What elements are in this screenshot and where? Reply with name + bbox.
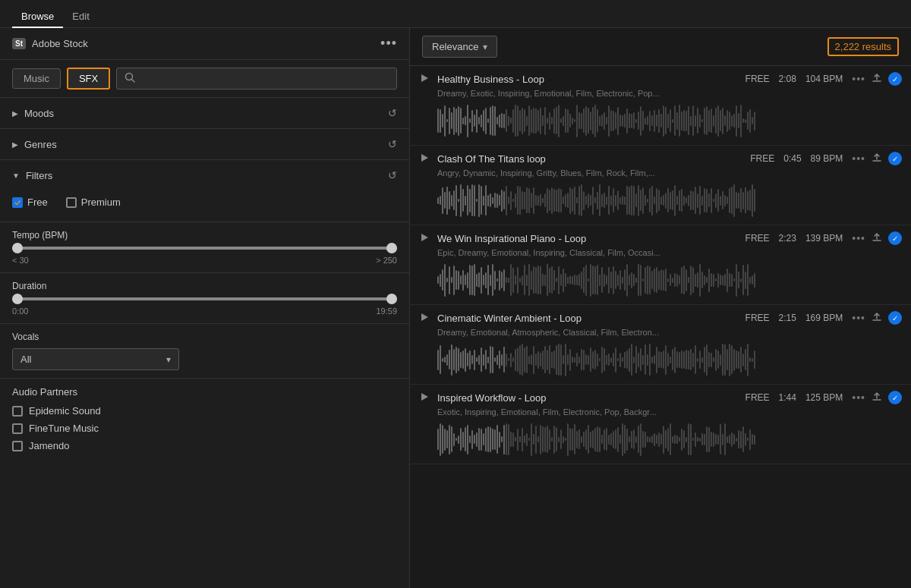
- duration-section: Duration 0:00 19:59: [0, 273, 409, 324]
- tempo-min-value: < 30: [12, 256, 29, 265]
- panel-header: St Adobe Stock •••: [0, 28, 409, 60]
- sort-dropdown[interactable]: Relevance ▾: [422, 36, 497, 58]
- track-more-button[interactable]: •••: [852, 312, 865, 324]
- search-input[interactable]: [140, 73, 389, 84]
- track-item[interactable]: We Win Inspirational Piano - LoopFREE2:2…: [410, 225, 911, 305]
- track-tags: Angry, Dynamic, Inspiring, Gritty, Blues…: [419, 168, 902, 178]
- premium-checkbox-container[interactable]: Premium: [66, 197, 121, 208]
- finetune-checkbox[interactable]: [12, 423, 23, 434]
- filters-chevron-icon: ▼: [12, 171, 20, 180]
- filters-content: Free Premium: [0, 190, 409, 222]
- more-options-button[interactable]: •••: [380, 36, 397, 52]
- tab-edit[interactable]: Edit: [63, 6, 98, 28]
- main-layout: St Adobe Stock ••• Music SFX: [0, 28, 911, 588]
- track-duration: 2:08: [779, 74, 796, 84]
- right-panel: Relevance ▾ 2,222 results Healthy Busine…: [410, 28, 911, 588]
- track-tags: Exotic, Inspiring, Emotional, Film, Elec…: [419, 407, 902, 417]
- music-type-button[interactable]: Music: [12, 68, 61, 89]
- jamendo-checkbox[interactable]: [12, 441, 23, 451]
- free-checkbox[interactable]: [12, 197, 23, 208]
- track-actions: •••✓: [852, 152, 902, 165]
- free-checkbox-container[interactable]: Free: [12, 197, 48, 208]
- tempo-label: Tempo (BPM): [12, 230, 397, 241]
- free-badge: FREE: [746, 233, 770, 244]
- filters-reset-icon[interactable]: ↺: [388, 169, 397, 181]
- waveform[interactable]: [419, 182, 902, 219]
- premium-label: Premium: [81, 197, 121, 208]
- tempo-max-value: > 250: [376, 256, 397, 265]
- duration-slider-track[interactable]: [12, 297, 397, 300]
- upload-icon[interactable]: [872, 232, 882, 245]
- track-actions: •••✓: [852, 72, 902, 86]
- track-check-circle[interactable]: ✓: [888, 311, 902, 325]
- track-check-circle[interactable]: ✓: [888, 72, 902, 86]
- track-item[interactable]: Cinematic Winter Ambient - LoopFREE2:151…: [410, 305, 911, 385]
- tempo-min-thumb[interactable]: [12, 243, 23, 253]
- top-tabs-bar: Browse Edit: [0, 0, 911, 28]
- audio-partners-section: Audio Partners Epidemic Sound FineTune M…: [0, 379, 409, 465]
- search-box: [116, 68, 397, 90]
- track-actions: •••✓: [852, 391, 902, 404]
- tempo-section: Tempo (BPM) < 30 > 250: [0, 222, 409, 273]
- svg-marker-4: [421, 234, 428, 241]
- waveform[interactable]: [419, 341, 902, 378]
- premium-checkbox[interactable]: [66, 197, 77, 208]
- upload-icon[interactable]: [872, 391, 882, 404]
- partner-row-finetune: FineTune Music: [12, 423, 397, 434]
- duration-range: 0:00 19:59: [12, 307, 397, 316]
- track-item[interactable]: Inspired Workflow - LoopFREE1:44125 BPM•…: [410, 385, 911, 464]
- track-name: We Win Inspirational Piano - Loop: [437, 233, 739, 244]
- track-meta: FREE0:4589 BPM•••✓: [750, 152, 902, 165]
- moods-filter-row[interactable]: ▶ Moods ↺: [0, 98, 409, 128]
- track-duration: 2:15: [779, 313, 796, 323]
- genres-filter-row[interactable]: ▶ Genres ↺: [0, 129, 409, 159]
- genres-reset-icon[interactable]: ↺: [388, 138, 397, 150]
- epidemic-checkbox[interactable]: [12, 406, 23, 417]
- genres-label: Genres: [24, 139, 57, 150]
- free-premium-row: Free Premium: [12, 197, 397, 208]
- track-bpm: 169 BPM: [805, 313, 843, 323]
- duration-max-thumb[interactable]: [386, 294, 397, 304]
- track-meta: FREE2:08104 BPM•••✓: [746, 72, 902, 86]
- adobe-stock-label: St Adobe Stock: [12, 38, 88, 49]
- waveform[interactable]: [419, 262, 902, 298]
- play-button[interactable]: [419, 73, 431, 85]
- filters-filter-row[interactable]: ▼ Filters ↺: [0, 160, 409, 190]
- vocals-selected-value: All: [20, 354, 31, 365]
- track-check-circle[interactable]: ✓: [888, 391, 902, 404]
- play-button[interactable]: [419, 312, 431, 324]
- track-item[interactable]: Healthy Business - LoopFREE2:08104 BPM••…: [410, 66, 911, 146]
- sfx-type-button[interactable]: SFX: [67, 68, 110, 90]
- svg-marker-5: [421, 313, 428, 321]
- track-more-button[interactable]: •••: [852, 73, 865, 85]
- track-tags: Dreamy, Exotic, Inspiring, Emotional, Fi…: [419, 89, 902, 98]
- moods-reset-icon[interactable]: ↺: [388, 107, 397, 119]
- track-check-circle[interactable]: ✓: [888, 231, 902, 245]
- upload-icon[interactable]: [872, 73, 882, 86]
- tempo-max-thumb[interactable]: [386, 243, 397, 253]
- tab-browse[interactable]: Browse: [12, 6, 63, 28]
- track-item[interactable]: Clash Of The Titans loopFREE0:4589 BPM••…: [410, 146, 911, 225]
- waveform[interactable]: [419, 421, 902, 458]
- track-duration: 1:44: [779, 392, 796, 403]
- moods-section: ▶ Moods ↺: [0, 98, 409, 129]
- track-more-button[interactable]: •••: [852, 391, 865, 404]
- upload-icon[interactable]: [872, 153, 882, 165]
- tempo-slider-track[interactable]: [12, 247, 397, 250]
- play-button[interactable]: [419, 153, 431, 165]
- waveform[interactable]: [419, 102, 902, 139]
- play-button[interactable]: [419, 232, 431, 244]
- vocals-label: Vocals: [12, 332, 397, 342]
- free-badge: FREE: [750, 153, 774, 164]
- svg-marker-6: [421, 393, 428, 401]
- vocals-dropdown[interactable]: All ▾: [12, 348, 179, 370]
- upload-icon[interactable]: [872, 312, 882, 325]
- vocals-chevron-icon: ▾: [166, 354, 171, 365]
- track-more-button[interactable]: •••: [852, 153, 865, 165]
- play-button[interactable]: [419, 391, 431, 404]
- track-check-circle[interactable]: ✓: [888, 152, 902, 165]
- duration-min-thumb[interactable]: [12, 294, 23, 304]
- track-duration: 0:45: [783, 153, 801, 164]
- track-actions: •••✓: [852, 231, 902, 245]
- track-more-button[interactable]: •••: [852, 232, 865, 244]
